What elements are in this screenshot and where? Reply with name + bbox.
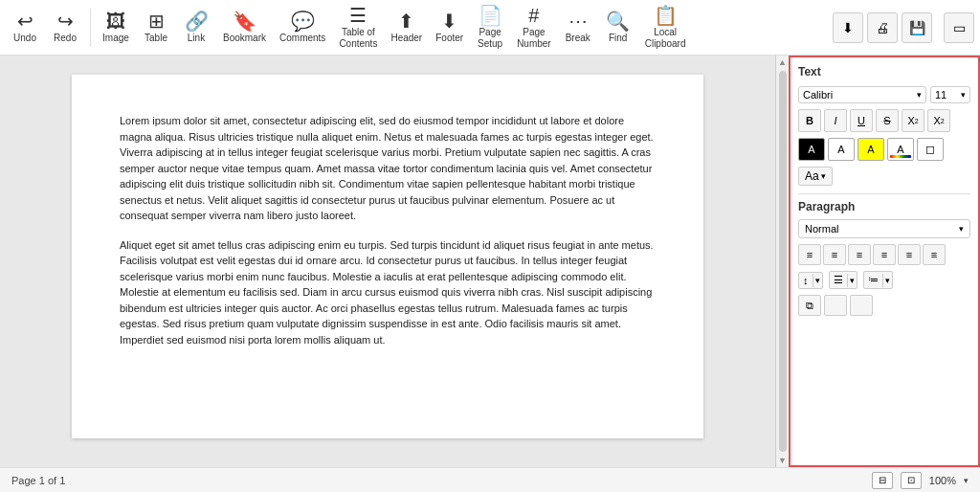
status-right: ⊟ ⊡ 100% ▾ bbox=[872, 472, 969, 489]
pagesetup-button[interactable]: 📄 Page Setup bbox=[471, 5, 509, 51]
bullet-list-icon: ☰ bbox=[830, 272, 847, 288]
paragraph-section-title: Paragraph bbox=[798, 200, 970, 213]
zoom-chevron[interactable]: ▾ bbox=[964, 476, 969, 485]
right-panel: Text Calibri ▾ 11 ▾ B I U S X2 X2 A bbox=[789, 56, 980, 467]
font-size-select[interactable]: 11 ▾ bbox=[930, 86, 970, 103]
sidebar-toggle-button[interactable]: ▭ bbox=[944, 12, 974, 43]
eraser-button[interactable]: ◻ bbox=[917, 138, 944, 161]
eraser-icon: ◻ bbox=[925, 143, 935, 156]
color-row: A A A A ◻ bbox=[798, 138, 970, 161]
align-center-button[interactable]: ≡ bbox=[823, 244, 846, 265]
table-icon: ⊞ bbox=[148, 11, 165, 31]
localclipboard-label: Local Clipboard bbox=[645, 27, 686, 50]
copy-format-button[interactable]: ⧉ bbox=[798, 295, 821, 316]
align-justify-button[interactable]: ≡ bbox=[873, 244, 896, 265]
numbered-list-icon: ≔ bbox=[864, 272, 882, 288]
font-row: Calibri ▾ 11 ▾ bbox=[798, 86, 970, 103]
footer-button[interactable]: ⬇ Footer bbox=[430, 5, 469, 51]
bookmark-button[interactable]: 🔖 Bookmark bbox=[217, 5, 272, 51]
paragraph-style-chevron: ▾ bbox=[959, 224, 964, 234]
page-label: Page bbox=[11, 475, 36, 486]
underline-button[interactable]: U bbox=[850, 109, 873, 132]
bullet-list-combo[interactable]: ☰ ▾ bbox=[829, 271, 858, 289]
extra-btn-1[interactable] bbox=[824, 295, 847, 316]
print-button[interactable]: 🖨 bbox=[867, 12, 898, 43]
superscript-button[interactable]: X2 bbox=[902, 109, 924, 132]
toolbar-group-undoredo: ↩ Undo ↪ Redo bbox=[6, 5, 84, 51]
font-color-black-button[interactable]: A bbox=[798, 138, 825, 161]
panel-divider bbox=[798, 193, 970, 194]
undo-button[interactable]: ↩ Undo bbox=[6, 5, 44, 51]
header-icon: ⬆ bbox=[398, 11, 414, 31]
table-button[interactable]: ⊞ Table bbox=[137, 5, 175, 51]
paragraph-style-select[interactable]: Normal ▾ bbox=[798, 219, 970, 238]
view-web-button[interactable]: ⊡ bbox=[901, 472, 922, 489]
italic-button[interactable]: I bbox=[824, 109, 847, 132]
find-button[interactable]: 🔍 Find bbox=[599, 5, 637, 51]
font-size-chevron: ▾ bbox=[961, 90, 966, 100]
pagesetup-icon: 📄 bbox=[479, 6, 502, 25]
font-color-white-label: A bbox=[837, 144, 844, 155]
font-highlight-yellow-button[interactable]: A bbox=[858, 138, 884, 161]
comments-button[interactable]: 💬 Comments bbox=[274, 5, 331, 51]
numbered-list-chevron: ▾ bbox=[882, 274, 892, 287]
image-button[interactable]: 🖼 Image bbox=[97, 5, 135, 51]
font-color-white-button[interactable]: A bbox=[828, 138, 855, 161]
bold-button[interactable]: B bbox=[798, 109, 821, 132]
strikethrough-button[interactable]: S bbox=[876, 109, 899, 132]
header-button[interactable]: ⬆ Header bbox=[385, 5, 428, 51]
aa-row: Aa ▾ bbox=[798, 167, 970, 186]
page-total: 1 bbox=[59, 475, 65, 486]
font-highlight-yellow-label: A bbox=[867, 144, 874, 155]
view-normal-button[interactable]: ⊟ bbox=[872, 472, 893, 489]
download-button[interactable]: ⬇ bbox=[833, 12, 863, 43]
break-button[interactable]: ⋯ Break bbox=[559, 5, 597, 51]
localclipboard-button[interactable]: 📋 Local Clipboard bbox=[639, 5, 692, 51]
find-icon: 🔍 bbox=[606, 11, 630, 31]
font-family-chevron: ▾ bbox=[917, 90, 922, 100]
document-page: Lorem ipsum dolor sit amet, consectetur … bbox=[72, 75, 703, 438]
save-cloud-button[interactable]: 💾 bbox=[902, 12, 932, 43]
font-size-value: 11 bbox=[935, 89, 947, 101]
pagesetup-label: Page Setup bbox=[478, 27, 502, 50]
header-label: Header bbox=[390, 33, 422, 44]
print-icon: 🖨 bbox=[876, 20, 889, 35]
comments-label: Comments bbox=[279, 33, 325, 44]
font-highlight-button[interactable]: A bbox=[887, 138, 914, 161]
align-distributed-button[interactable]: ≡ bbox=[898, 244, 921, 265]
link-button[interactable]: 🔗 Link bbox=[177, 5, 215, 51]
pagenumber-button[interactable]: # Page Number bbox=[511, 5, 557, 51]
image-icon: 🖼 bbox=[106, 11, 125, 31]
save-cloud-icon: 💾 bbox=[909, 20, 925, 35]
sidebar-toggle-icon: ▭ bbox=[953, 20, 966, 35]
align-extra-button[interactable]: ≡ bbox=[923, 244, 946, 265]
toolbar: ↩ Undo ↪ Redo 🖼 Image ⊞ Table 🔗 Link 🔖 B… bbox=[0, 0, 980, 56]
extra-btn-2[interactable] bbox=[850, 295, 873, 316]
font-color-black-label: A bbox=[808, 144, 814, 155]
page-of: of bbox=[48, 475, 56, 486]
subscript-button[interactable]: X2 bbox=[927, 109, 950, 132]
text-case-label: Aa bbox=[805, 169, 819, 183]
paragraph-1: Lorem ipsum dolor sit amet, consectetur … bbox=[120, 113, 656, 224]
toc-icon: ☰ bbox=[349, 6, 367, 25]
break-label: Break bbox=[566, 33, 590, 44]
toc-button[interactable]: ☰ Table of Contents bbox=[333, 5, 383, 51]
toolbar-group-insert: 🖼 Image ⊞ Table 🔗 Link 🔖 Bookmark 💬 Comm… bbox=[97, 5, 692, 51]
align-left-button[interactable]: ≡ bbox=[798, 244, 821, 265]
table-label: Table bbox=[145, 33, 167, 44]
status-bar: Page 1 of 1 ⊟ ⊡ 100% ▾ bbox=[0, 467, 980, 492]
redo-button[interactable]: ↪ Redo bbox=[46, 5, 84, 51]
find-label: Find bbox=[609, 33, 627, 44]
zoom-level: 100% bbox=[929, 475, 956, 486]
line-spacing-combo[interactable]: ↕ ▾ bbox=[798, 272, 823, 289]
vertical-scrollbar[interactable]: ▲ ▼ bbox=[775, 56, 789, 467]
toolbar-right: ⬇ 🖨 💾 ▭ bbox=[833, 12, 974, 43]
numbered-list-combo[interactable]: ≔ ▾ bbox=[863, 271, 893, 289]
alignment-row: ≡ ≡ ≡ ≡ ≡ ≡ bbox=[798, 244, 970, 265]
localclipboard-icon: 📋 bbox=[654, 6, 678, 25]
font-family-select[interactable]: Calibri ▾ bbox=[798, 86, 926, 103]
text-case-button[interactable]: Aa ▾ bbox=[798, 167, 833, 186]
break-icon: ⋯ bbox=[568, 11, 588, 31]
toolbar-sep-1 bbox=[90, 9, 91, 47]
align-right-button[interactable]: ≡ bbox=[848, 244, 871, 265]
